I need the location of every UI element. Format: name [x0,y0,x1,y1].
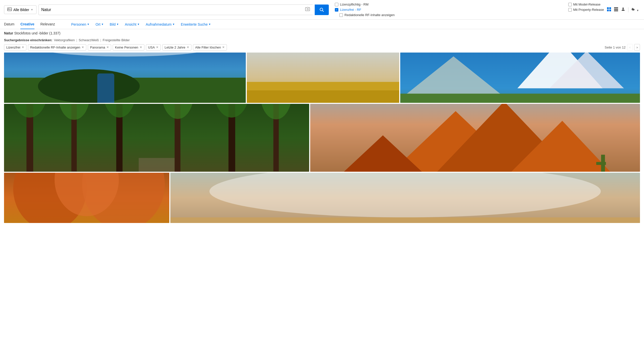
settings-button[interactable]: ▼ [630,6,640,13]
filter-aufnahmedatum[interactable]: Aufnahmedatum ▼ [143,21,177,28]
tab-navigation: Datum Creative Relevanz Personen ▼ Ort ▼… [0,20,644,29]
license-filters: Lizenzpflichtig - RM Lizenzfrei - RF Red… [335,3,604,17]
filter-tag-alle-loeschen[interactable]: Alle Filter löschen ✕ [193,44,227,51]
svg-rect-6 [607,10,609,11]
list-view-button[interactable] [613,6,619,13]
rf-label: Lizenzfrei - RF [340,8,361,12]
search-type-label: Alle Bilder [13,8,29,12]
chevron-icon: ▼ [208,23,211,26]
view-controls: ▼ [606,6,640,13]
model-release-checkbox[interactable] [568,3,572,6]
filter-bild[interactable]: Bild ▼ [107,21,121,28]
filter-tag-redaktionell[interactable]: Redaktionelle RF-Inhalte anzeigen ✕ [28,44,86,51]
filter-tag-label: Lizenzfrei [6,46,20,49]
model-release-label: Mit Model-Release [573,3,600,6]
search-button[interactable] [315,5,329,15]
active-filters: Lizenzfrei ✕ Redaktionelle RF-Inhalte an… [4,44,605,51]
filter-tag-keine-personen[interactable]: Keine Personen ✕ [113,44,144,51]
image-item[interactable] [400,53,640,103]
close-icon[interactable]: ✕ [222,46,225,49]
search-bar: Alle Bilder ▼ Lizenzpflichtig - RM Lizen… [0,0,644,20]
filter-erweiterte-suche[interactable]: Erweiterte Suche ▼ [178,21,214,28]
rm-label: Lizenzpflichtig - RM [340,3,368,6]
image-item[interactable] [310,104,640,172]
filter-tag-usa[interactable]: USA ✕ [146,44,161,51]
close-icon[interactable]: ✕ [187,46,189,49]
image-item[interactable] [247,53,399,103]
image-item[interactable] [4,104,309,172]
prev-page-button[interactable]: ‹ [627,44,633,51]
results-description: Stockfotos und -bilder (1.337) [14,31,60,35]
filter-ort[interactable]: Ort ▼ [93,21,106,28]
search-input-wrap [38,5,313,15]
search-type-button[interactable]: Alle Bilder ▼ [4,5,36,14]
chevron-icon: ▼ [172,23,175,26]
property-release-checkbox[interactable] [568,8,572,12]
image-icon [7,8,12,12]
tab-relevanz[interactable]: Relevanz [41,20,55,29]
left-checkboxes: Lizenzpflichtig - RM Lizenzfrei - RF Red… [335,3,543,17]
close-icon[interactable]: ✕ [106,46,109,49]
narrow-sep2: | [100,38,101,42]
filter-tag-lizenzfrei[interactable]: Lizenzfrei ✕ [4,44,26,51]
filter-tag-label: USA [148,46,155,49]
close-icon[interactable]: ✕ [22,46,24,49]
svg-point-2 [307,8,308,10]
property-release-checkbox-row[interactable]: Mit Property-Release [568,8,604,12]
filter-tag-label: Keine Personen [115,46,138,49]
narrow-freigestellt[interactable]: Freigestellte Bilder [103,38,130,42]
narrow-sep1: | [76,38,77,42]
chevron-icon: ▼ [137,23,140,26]
narrow-vectors[interactable]: Vektorgrafiken [54,38,75,42]
chevron-down-icon: ▼ [31,8,33,11]
filter-tag-label: Redaktionelle RF-Inhalte anzeigen [30,46,80,49]
property-release-label: Mit Property-Release [573,8,604,12]
narrow-bw[interactable]: SchwarzWeiß [79,38,99,42]
rf-checkbox-row[interactable]: Lizenzfrei - RF [335,8,543,12]
image-item[interactable] [4,53,246,103]
prev-icon: ‹ [629,45,631,49]
chevron-icon: ▼ [116,23,119,26]
image-row-2 [4,104,640,172]
pagination-label: Seite 1 von 12 [605,46,626,49]
editorial-label: Redaktionelle RF-Inhalte anzeigen [344,13,394,17]
tab-creative[interactable]: Creative [20,20,34,29]
grid-view-button[interactable] [606,6,612,13]
narrow-label: Suchergebnisse einschränken: [4,38,52,42]
results-keyword: Natur [4,31,13,35]
filter-navigation: Personen ▼ Ort ▼ Bild ▼ Ansicht ▼ Aufnah… [69,21,213,28]
next-page-button[interactable]: › [634,44,640,51]
filter-tag-letzte2jahre[interactable]: Letzte 2 Jahre ✕ [162,44,191,51]
editorial-checkbox[interactable] [339,13,343,17]
filters-pagination-row: Lizenzfrei ✕ Redaktionelle RF-Inhalte an… [0,44,644,53]
rf-checkbox[interactable] [335,8,338,12]
filter-tag-label: Alle Filter löschen [195,46,221,49]
pagination: Seite 1 von 12 ‹ › [605,44,640,51]
filter-ansicht[interactable]: Ansicht ▼ [122,21,142,28]
image-item[interactable] [4,173,169,223]
model-release-checkbox-row[interactable]: Mit Model-Release [568,3,604,6]
svg-rect-7 [609,10,611,11]
search-input[interactable] [41,8,305,12]
rm-checkbox[interactable] [335,3,338,6]
close-icon[interactable]: ✕ [140,46,142,49]
svg-rect-8 [614,7,618,8]
svg-rect-4 [607,7,609,9]
view-divider [628,7,628,12]
narrow-search: Suchergebnisse einschränken: Vektorgrafi… [0,37,644,44]
close-icon[interactable]: ✕ [82,46,84,49]
rm-checkbox-row[interactable]: Lizenzpflichtig - RM [335,3,543,6]
editorial-checkbox-row[interactable]: Redaktionelle RF-Inhalte anzeigen [335,13,543,17]
svg-point-11 [622,8,624,9]
svg-rect-5 [609,7,611,9]
filter-personen[interactable]: Personen ▼ [69,21,92,28]
chevron-icon: ▼ [87,23,90,26]
filter-tag-panorama[interactable]: Panorama ✕ [88,44,111,51]
person-view-button[interactable] [620,6,626,13]
image-item[interactable] [170,173,640,223]
close-icon[interactable]: ✕ [156,46,158,49]
camera-icon[interactable] [305,7,310,12]
tab-datum[interactable]: Datum [4,20,14,29]
image-grid [0,53,644,223]
filter-tag-label: Panorama [90,46,105,49]
